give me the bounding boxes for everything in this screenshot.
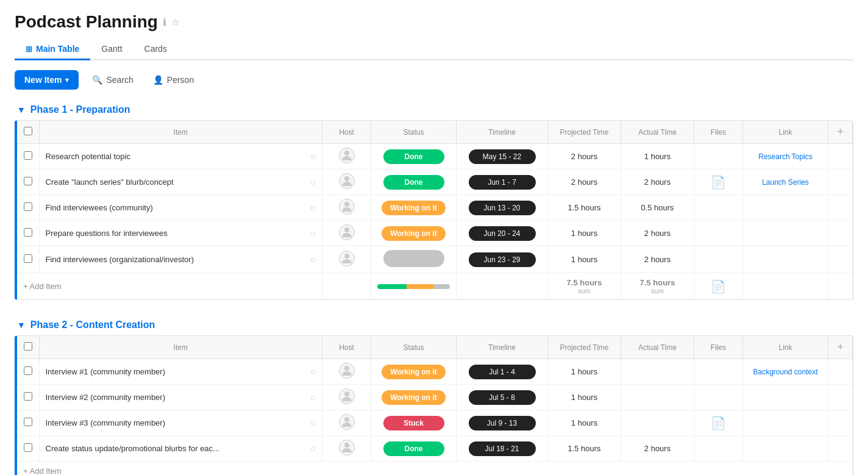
col2-header-add[interactable]: + (828, 336, 853, 359)
row-timeline-cell[interactable]: Jul 5 - 8 (457, 385, 548, 410)
tab-gantt[interactable]: Gantt (90, 39, 133, 60)
host-avatar-col[interactable] (339, 414, 355, 430)
timeline-badge[interactable]: Jun 20 - 24 (469, 226, 536, 241)
col-header-add[interactable]: + (828, 121, 853, 144)
add-col2-icon[interactable]: + (837, 341, 844, 353)
add-item-label-2[interactable]: + Add Item (23, 466, 62, 475)
table-icon: ⊞ (26, 45, 32, 54)
row-status-cell[interactable]: Stuck (371, 410, 457, 436)
col2-header-checkbox (17, 336, 39, 359)
host-avatar-col[interactable] (339, 388, 355, 404)
row-status-cell[interactable]: Working on it (371, 385, 457, 410)
row-status-cell[interactable]: Done (371, 436, 457, 462)
row-timeline-cell[interactable]: Jun 20 - 24 (457, 221, 548, 246)
row-timeline-cell[interactable]: Jul 1 - 4 (457, 359, 548, 385)
page-title: Podcast Planning (15, 12, 158, 32)
status-badge[interactable]: Working on it (382, 365, 445, 379)
timeline-badge[interactable]: Jul 9 - 13 (469, 416, 536, 430)
timeline-badge[interactable]: May 15 - 22 (469, 149, 536, 164)
item-name: Interview #3 (community member) (46, 418, 291, 427)
add-item-cell-2[interactable]: + Add Item (17, 462, 853, 476)
item-name: Find interviewees (organizational/invest… (46, 255, 291, 264)
status-badge[interactable]: Done (383, 441, 444, 456)
timeline-badge[interactable]: Jun 13 - 20 (469, 201, 536, 215)
host-avatar-col[interactable] (339, 199, 355, 215)
select-all-checkbox-2[interactable] (24, 342, 32, 351)
svg-point-2 (344, 202, 349, 207)
timeline-badge[interactable]: Jul 1 - 4 (469, 365, 536, 379)
row-status-cell[interactable]: Done (371, 170, 457, 195)
phase2-collapse-icon[interactable]: ▼ (17, 320, 26, 330)
status-badge[interactable]: Working on it (382, 390, 445, 405)
row-status-cell[interactable]: Done (371, 144, 457, 170)
host-avatar-col[interactable] (339, 148, 355, 163)
row-checkbox[interactable] (24, 177, 32, 185)
phase2-title: Phase 2 - Content Creation (30, 320, 155, 330)
row-projected-cell: 1 hours (548, 385, 621, 410)
add-item-cell[interactable]: + Add Item (17, 273, 322, 300)
item-name: Interview #2 (community member) (46, 393, 291, 402)
row-link[interactable]: Background context (753, 368, 817, 376)
host-avatar-col[interactable] (339, 173, 355, 189)
bar-working (407, 284, 434, 289)
add-col-icon[interactable]: + (837, 126, 844, 138)
row-timeline-cell[interactable]: Jun 13 - 20 (457, 195, 548, 221)
col-header-timeline: Timeline (457, 121, 548, 144)
row-checkbox[interactable] (24, 202, 32, 211)
timeline-badge[interactable]: Jul 5 - 8 (469, 390, 536, 405)
sum-file-icon[interactable]: 📄 (711, 280, 726, 293)
row-checkbox-cell (17, 359, 39, 385)
tab-main-table[interactable]: ⊞ Main Table (15, 39, 90, 60)
timeline-badge[interactable]: Jun 1 - 7 (469, 175, 536, 190)
status-bar-row: + Add Item7.5 hourssum7.5 hourssum📄 (17, 273, 853, 300)
phase1-collapse-icon[interactable]: ▼ (17, 105, 26, 115)
status-badge[interactable]: Stuck (383, 416, 444, 430)
host-avatar-col[interactable] (339, 363, 355, 379)
row-checkbox[interactable] (24, 228, 32, 237)
row-timeline-cell[interactable]: Jun 23 - 29 (457, 246, 548, 273)
row-timeline-cell[interactable]: May 15 - 22 (457, 144, 548, 170)
host-avatar-col[interactable] (339, 440, 355, 455)
row-link[interactable]: Launch Series (762, 178, 809, 187)
row-files-cell (694, 385, 743, 410)
file-icon[interactable]: 📄 (711, 176, 726, 189)
row-checkbox[interactable] (24, 366, 32, 375)
row-timeline-cell[interactable]: Jul 18 - 21 (457, 436, 548, 462)
row-status-cell[interactable] (371, 246, 457, 273)
row-actual-cell: 2 hours (621, 170, 694, 195)
timeline-badge[interactable]: Jul 18 - 21 (469, 441, 536, 456)
row-status-cell[interactable]: Working on it (371, 221, 457, 246)
new-item-button[interactable]: New Item ▾ (15, 70, 79, 90)
row-checkbox[interactable] (24, 151, 32, 160)
status-badge[interactable]: Done (383, 175, 444, 190)
row-checkbox[interactable] (24, 254, 32, 263)
add-item-label[interactable]: + Add Item (23, 282, 62, 291)
row-link[interactable]: Research Topics (758, 152, 813, 161)
status-badge[interactable]: Working on it (382, 226, 445, 241)
star-icon[interactable]: ☆ (171, 16, 180, 28)
row-checkbox[interactable] (24, 443, 32, 452)
status-badge[interactable]: Done (383, 149, 444, 164)
host-avatar-col[interactable] (339, 224, 355, 240)
actual-time: 1 hours (644, 152, 671, 161)
status-badge[interactable]: Working on it (382, 201, 445, 215)
row-timeline-cell[interactable]: Jun 1 - 7 (457, 170, 548, 195)
person-filter-button[interactable]: 👤 Person (147, 71, 200, 88)
info-icon[interactable]: ℹ (163, 16, 166, 28)
row-timeline-cell[interactable]: Jul 9 - 13 (457, 410, 548, 436)
status-badge[interactable] (383, 250, 444, 267)
row-actual-cell: 1 hours (621, 144, 694, 170)
file-icon[interactable]: 📄 (711, 416, 726, 430)
item-name: Interview #1 (community member) (46, 367, 291, 376)
row-status-cell[interactable]: Working on it (371, 359, 457, 385)
host-avatar-col[interactable] (339, 251, 355, 266)
row-host-cell (322, 436, 371, 462)
row-status-cell[interactable]: Working on it (371, 195, 457, 221)
select-all-checkbox[interactable] (24, 127, 32, 135)
tab-cards[interactable]: Cards (133, 39, 178, 60)
sum-actual: 7.5 hours (627, 278, 688, 287)
row-checkbox[interactable] (24, 392, 32, 401)
search-button[interactable]: 🔍 Search (86, 71, 139, 88)
row-checkbox[interactable] (24, 418, 32, 426)
timeline-badge[interactable]: Jun 23 - 29 (469, 252, 536, 267)
